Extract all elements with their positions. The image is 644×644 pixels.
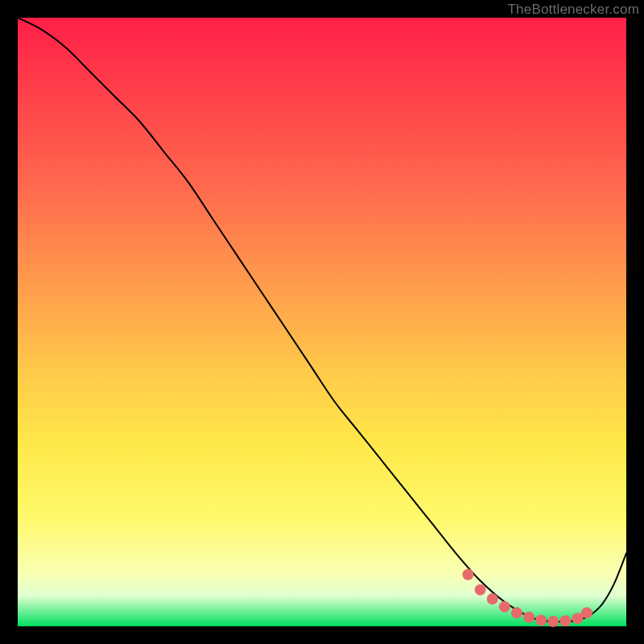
valley-dot (523, 612, 535, 623)
chart-plot-area (18, 18, 626, 626)
valley-dots (462, 569, 592, 627)
valley-dot (475, 584, 486, 596)
valley-dot (487, 593, 498, 605)
valley-dot (499, 601, 510, 613)
attribution-text: TheBottlenecker.com (508, 2, 640, 18)
chart-svg (18, 18, 626, 626)
valley-dot (547, 616, 559, 627)
valley-dot (581, 607, 592, 618)
valley-dot (559, 615, 571, 626)
valley-dot (511, 607, 522, 618)
chart-root: TheBottlenecker.com (0, 0, 644, 644)
bottleneck-curve (18, 18, 626, 621)
valley-dot (462, 569, 473, 580)
valley-dot (535, 614, 547, 625)
